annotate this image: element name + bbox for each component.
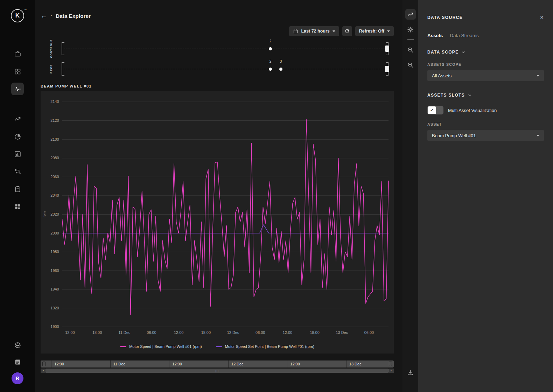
title-bullet: • — [51, 14, 52, 18]
globe-icon — [14, 342, 21, 349]
sidebar-item-notes[interactable] — [11, 356, 24, 368]
svg-text:1980: 1980 — [50, 250, 59, 254]
refresh-mode-label: Refresh: Off — [359, 29, 384, 34]
timeline-scrollbar[interactable]: ◂ ||| ▸ — [41, 369, 394, 373]
svg-text:12:00: 12:00 — [283, 330, 292, 335]
trend-icon — [14, 115, 21, 123]
avatar-letter: R — [16, 376, 19, 381]
refresh-button[interactable] — [342, 26, 352, 36]
svg-text:06:00: 06:00 — [255, 330, 265, 335]
timeline-label: 12:00 — [287, 360, 300, 368]
sidebar-item-trend[interactable] — [11, 113, 24, 125]
user-avatar[interactable]: R — [12, 372, 23, 384]
sidebar-nav — [11, 48, 24, 213]
asset-value: Beam Pump Well #01 — [432, 133, 476, 138]
svg-text:2100: 2100 — [50, 137, 59, 141]
assets-scope-select[interactable]: All Assets — [427, 70, 544, 81]
asset-select[interactable]: Beam Pump Well #01 — [427, 130, 544, 141]
zoom-in-button[interactable] — [405, 44, 416, 55]
track-handle[interactable] — [385, 46, 389, 52]
controls-track-label: CONTROLS — [50, 40, 53, 58]
assets-scope-value: All Assets — [432, 73, 451, 78]
download-icon — [407, 369, 414, 376]
download-button[interactable] — [405, 367, 416, 378]
dashboard-icon — [14, 68, 21, 75]
sidebar-item-flow[interactable] — [11, 165, 24, 178]
tab-data-streams[interactable]: Data Streams — [450, 33, 479, 38]
chart-section: BEAM PUMP WELL #01 190019201940196019802… — [41, 84, 394, 354]
chart-title: BEAM PUMP WELL #01 — [41, 84, 394, 88]
motor-speed-chart[interactable]: 1900192019401960198020002020204020602080… — [41, 93, 394, 343]
timeline-brush-area: 12:0011 Dec12:0012 Dec12:0013 Dec ◂ ||| … — [41, 360, 394, 373]
marker-dot-icon — [279, 68, 282, 71]
legend-label: Motor Speed Set Point | Beam Pump Well #… — [225, 344, 314, 349]
controls-track[interactable]: 2 — [62, 42, 388, 56]
controls-track-row: CONTROLS 2 — [41, 38, 394, 59]
data-source-panel: DATA SOURCE ✕ Assets Data Streams DATA S… — [418, 0, 553, 392]
svg-text:12:00: 12:00 — [174, 330, 183, 335]
timeline-label: 11 Dec — [110, 360, 125, 368]
refresh-mode-button[interactable]: Refresh: Off — [355, 26, 394, 36]
right-tool-strip — [402, 0, 418, 392]
asset-label: ASSET — [427, 122, 544, 126]
zoom-in-icon — [407, 47, 414, 53]
bar-chart-icon — [14, 150, 21, 158]
back-button[interactable]: ← — [41, 13, 47, 19]
brush-handle-left[interactable] — [42, 362, 46, 366]
sidebar-item-machines[interactable] — [11, 48, 24, 60]
trend-icon — [407, 11, 414, 18]
svg-text:2040: 2040 — [50, 193, 59, 197]
legend-item-set-point[interactable]: Motor Speed Set Point | Beam Pump Well #… — [216, 344, 314, 349]
sidebar-item-globe[interactable] — [11, 339, 24, 351]
data-scope-section-header[interactable]: DATA SCOPE — [427, 50, 544, 55]
timeline-label: 12:00 — [169, 360, 182, 368]
app-logo[interactable]: K ™ — [11, 9, 24, 22]
history-icon — [14, 133, 21, 140]
chart-legend: Motor Speed | Beam Pump Well #01 (rpm) M… — [41, 343, 394, 351]
time-range-button[interactable]: Last 72 hours — [289, 26, 339, 36]
sidebar-item-widgets[interactable] — [11, 200, 24, 213]
scroll-left-arrow[interactable]: ◂ — [41, 369, 46, 373]
data-explorer-tool-button[interactable] — [405, 9, 416, 20]
timeline-brush[interactable]: 12:0011 Dec12:0012 Dec12:0013 Dec — [41, 360, 394, 368]
scrollbar-thumb[interactable]: ||| — [46, 369, 389, 373]
assets-slots-section-header[interactable]: ASSETS SLOTS — [427, 93, 544, 98]
recs-track[interactable]: 23 — [62, 62, 388, 76]
marker-count: 2 — [270, 59, 272, 63]
svg-text:2060: 2060 — [50, 175, 59, 179]
sidebar-item-history[interactable] — [11, 130, 24, 143]
brush-handle-right[interactable] — [389, 362, 392, 366]
settings-button[interactable] — [405, 24, 416, 35]
caret-down-icon — [387, 30, 390, 32]
topbar: ← • Data Explorer — [35, 0, 402, 19]
multi-asset-toggle[interactable]: ✓ — [427, 106, 443, 114]
close-button[interactable]: ✕ — [540, 15, 544, 20]
refresh-icon — [344, 29, 350, 34]
svg-text:2000: 2000 — [50, 231, 59, 235]
track-handle[interactable] — [385, 66, 389, 72]
main-content: ← • Data Explorer Last 72 hours Refresh:… — [35, 0, 402, 392]
chart-panel: 1900192019401960198020002020204020602080… — [41, 91, 394, 354]
legend-label: Motor Speed | Beam Pump Well #01 (rpm) — [129, 344, 202, 349]
logo-letter: K — [15, 12, 20, 19]
tab-assets[interactable]: Assets — [427, 33, 443, 38]
strip-divider — [407, 39, 414, 40]
caret-down-icon — [537, 75, 539, 77]
assets-scope-label: ASSETS SCOPE — [427, 62, 544, 66]
sidebar-item-waveform[interactable] — [11, 83, 24, 95]
sidebar-item-dashboard[interactable] — [11, 65, 24, 78]
sidebar-item-checklist[interactable] — [11, 183, 24, 195]
recs-track-row: RECS 23 — [41, 59, 394, 79]
widgets-icon — [14, 203, 21, 210]
toggle-check-icon: ✓ — [428, 106, 436, 114]
assets-slots-header-label: ASSETS SLOTS — [427, 93, 465, 98]
recs-track-label: RECS — [50, 64, 53, 74]
legend-item-motor-speed[interactable]: Motor Speed | Beam Pump Well #01 (rpm) — [120, 344, 202, 349]
checklist-icon — [14, 186, 21, 193]
gear-icon — [407, 26, 414, 33]
track-bracket-left — [62, 42, 64, 55]
zoom-out-button[interactable] — [405, 59, 416, 70]
sidebar-item-bar-chart[interactable] — [11, 148, 24, 160]
scroll-right-arrow[interactable]: ▸ — [389, 369, 394, 373]
scrollbar-grip-icon: ||| — [216, 370, 219, 372]
